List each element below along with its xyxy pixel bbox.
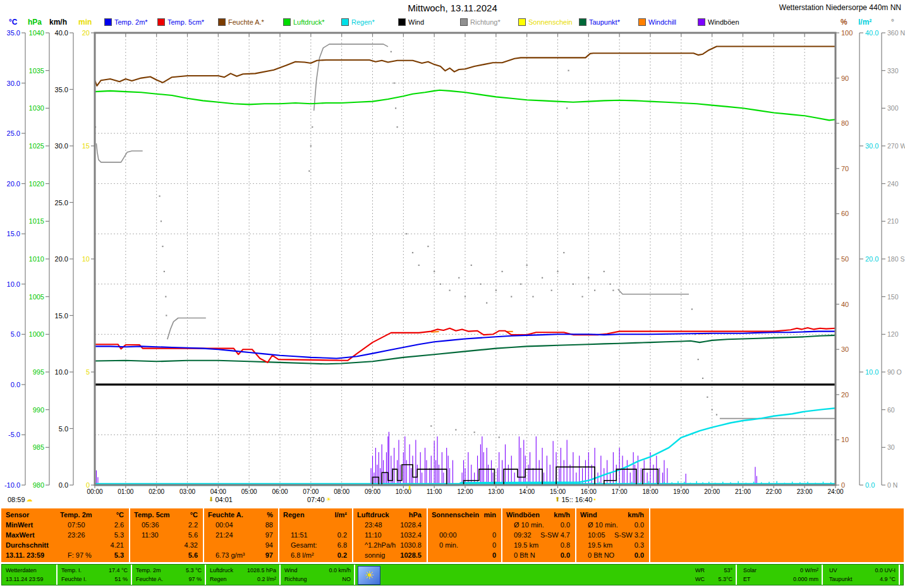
y-tick-label-temp: 25.0 (7, 129, 20, 137)
status-right-section-1: Solar0 W/m²ET0.000 mm (741, 565, 823, 585)
status-label: Feuchte I. (61, 576, 87, 582)
table-row-label: MinWert (6, 520, 33, 530)
x-tick-label: 06:00 (272, 488, 288, 495)
table-cell-value: 5.3 (56, 530, 124, 540)
table-cell-value: 0.0 (576, 520, 644, 530)
table-cell-value: 6.8 (279, 540, 347, 550)
richtung-dot (712, 409, 713, 411)
x-tick-label: 23:00 (797, 488, 813, 495)
table-column-unit: km/h (576, 510, 644, 520)
sun-weather-icon: ☀ (358, 566, 380, 585)
y-tick-label-pct: 30 (841, 345, 849, 353)
y-tick-label-deg: 330 (887, 67, 899, 75)
x-tick-label: 22:00 (766, 488, 782, 495)
status-label: Richtung (284, 576, 307, 582)
table-cell-value: 0 (428, 540, 496, 550)
table-cell-value: 1032.4 (353, 530, 422, 540)
y-tick-label-deg: 210 (887, 217, 899, 225)
status-label: Wind (284, 567, 298, 573)
moonset-arrow-icon: ⬇ (209, 496, 214, 503)
status-label: ET (743, 576, 751, 582)
y-tick-label-min: 15 (82, 142, 90, 150)
richtung-dot (308, 171, 310, 172)
richtung-dot (310, 145, 312, 147)
richtung-dot (520, 284, 521, 285)
y-tick-label-hpa: 1005 (29, 293, 44, 301)
status-right-section-2: UV0.0 UV-ITaupunkt4.9 °C (827, 565, 900, 585)
y-tick-label-hpa: 1000 (29, 330, 44, 338)
status-section-4: Wind0.0 km/hRichtungNO (282, 565, 355, 585)
marker-0740-label: 07:40 (307, 496, 325, 503)
table-header-sensor: Sensor (6, 510, 29, 520)
richtung-dot (532, 296, 533, 297)
y-tick-label-lm2: 40.0 (865, 29, 878, 37)
table-cell-value: 5.3 (56, 550, 124, 560)
y-tick-label-pct: 60 (841, 210, 849, 217)
status-value: 51 % (114, 575, 128, 584)
x-tick-label: 09:00 (365, 488, 380, 495)
y-tick-label-pct: 50 (841, 255, 849, 263)
y-tick-label-deg: 150 (887, 293, 899, 301)
status-section-2: Temp. 2m5.3 °CFeuchte A.97 % (133, 565, 206, 585)
x-tick-label: 03:00 (179, 488, 195, 495)
y-tick-label-pct: 0 (841, 481, 845, 489)
richtung-dot (573, 284, 574, 285)
richtung-dot (458, 277, 459, 279)
status-value: 1028.5 hPa (247, 566, 276, 575)
richtung-dot (568, 70, 569, 71)
y-tick-label-hpa: 1040 (29, 29, 44, 37)
richtung-dot (418, 265, 420, 266)
table-column-unit: hPa (353, 510, 422, 520)
y-tick-label-hpa: 1020 (29, 180, 44, 188)
status-label: Luftdruck (210, 567, 233, 573)
x-tick-label: 08:00 (334, 488, 349, 495)
table-column-unit: l/m² (279, 510, 347, 520)
y-tick-label-pct: 20 (841, 391, 849, 399)
y-tick-label-temp: 35.0 (7, 29, 20, 37)
marker-0859: 08:59 ☁ (8, 496, 33, 503)
table-cell-value: 0.2 (279, 550, 347, 560)
x-tick-label: 07:00 (303, 488, 319, 495)
y-tick-label-kmh: 20.0 (55, 255, 68, 263)
richtung-dot (604, 271, 605, 272)
marker-1640-label: 15:: 16:40 (561, 496, 592, 503)
richtung-dot (566, 107, 568, 109)
table-column-unit: min (428, 510, 496, 520)
y-tick-label-pct: 100 (841, 29, 853, 37)
status-value: NO (343, 575, 351, 584)
status-right-section-0: WR53°WC5.3°C (693, 565, 737, 585)
y-tick-label-hpa: 985 (33, 443, 44, 451)
status-section-0: Wetterdaten13.11.24 23:59 (3, 565, 58, 585)
y-tick-label-lm2: 30.0 (865, 142, 878, 150)
y-tick-label-lm2: 10.0 (865, 368, 878, 376)
daily-stats-table: SensorMinWertMaxWertDurchschnitt13.11. 2… (1, 508, 904, 562)
y-tick-label-hpa: 1035 (29, 67, 44, 75)
y-tick-label-kmh: 30.0 (55, 142, 68, 150)
y-tick-label-min: 10 (82, 255, 90, 263)
x-tick-label: 00:00 (87, 488, 102, 495)
marker-0740: 07:40 ☀ (307, 496, 332, 503)
richtung-dot (581, 296, 583, 297)
y-tick-label-deg: 270 W (887, 142, 905, 150)
moon-icon: ☁ (27, 496, 33, 503)
richtung-dot (396, 126, 398, 128)
richtung-dot (440, 284, 441, 285)
status-value: 5.3°C (718, 575, 732, 584)
table-cell-value: S-SW 3.2 (576, 530, 644, 540)
table-column-unit: % (204, 510, 273, 520)
richtung-dot (395, 107, 396, 109)
y-tick-label-kmh: 40.0 (55, 29, 68, 37)
table-cell-value: 5.6 (130, 530, 198, 540)
table-cell-value: 0 (428, 550, 496, 560)
richtung-dot (698, 359, 699, 360)
status-value: 0.0 UV-I (875, 566, 896, 575)
x-tick-label: 05:00 (241, 488, 257, 495)
y-tick-label-deg: 60 (887, 406, 895, 414)
richtung-dot (165, 296, 166, 297)
table-cell-value: 1028.4 (353, 520, 422, 530)
y-tick-label-deg: 30 (887, 443, 895, 451)
status-value: 4.9 °C (880, 575, 896, 584)
richtung-dot (502, 271, 503, 272)
table-cell-value: 5.6 (130, 550, 198, 560)
richtung-dot (495, 290, 497, 291)
